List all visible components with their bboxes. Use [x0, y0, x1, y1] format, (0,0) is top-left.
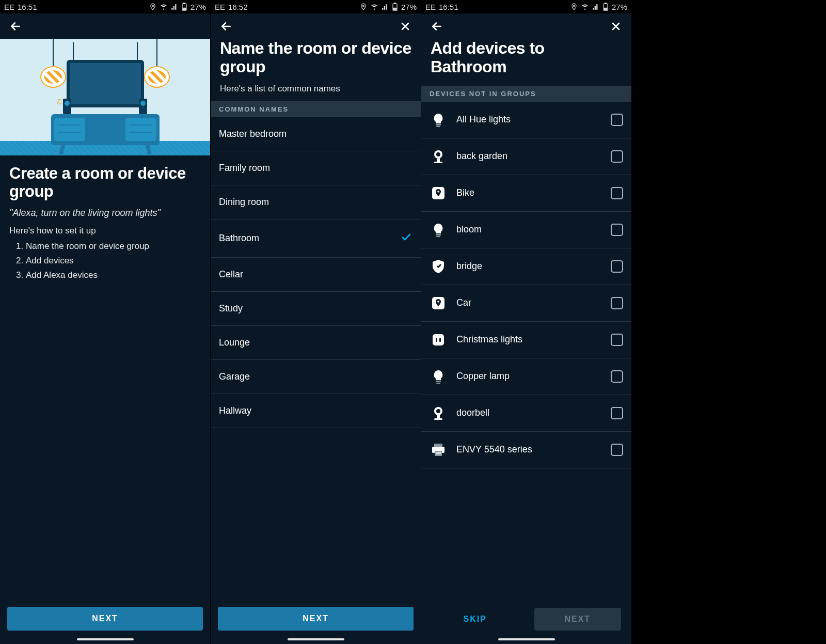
room-name-option[interactable]: Hallway	[211, 394, 421, 428]
location-icon	[149, 3, 156, 10]
screen-name-group: EE 16:52 27% Name the room or device gro…	[211, 0, 421, 644]
hero-illustration: ♫♪	[0, 39, 210, 155]
wifi-icon	[581, 3, 589, 10]
device-row[interactable]: ENVY 5540 series	[421, 432, 631, 468]
svg-point-8	[574, 5, 575, 7]
printer-icon	[430, 441, 447, 459]
room-name-label: Study	[219, 303, 243, 314]
room-name-option[interactable]: Dining room	[211, 185, 421, 219]
wifi-icon	[370, 3, 378, 10]
device-row[interactable]: doorbell	[421, 395, 631, 432]
next-button[interactable]: NEXT	[534, 608, 622, 631]
page-title: Add devices to Bathroom	[431, 39, 622, 76]
back-button[interactable]	[428, 18, 445, 35]
skip-button[interactable]: SKIP	[432, 608, 519, 631]
close-button[interactable]	[608, 18, 624, 35]
bulb-icon	[430, 111, 447, 129]
device-label: Car	[456, 297, 601, 308]
device-label: bridge	[456, 261, 601, 272]
device-checkbox[interactable]	[611, 150, 623, 163]
status-bar: EE 16:51 27%	[0, 0, 210, 13]
device-checkbox[interactable]	[611, 444, 623, 456]
step-item: Add devices	[26, 256, 201, 266]
device-label: back garden	[456, 151, 601, 162]
room-name-option[interactable]: Family room	[211, 151, 421, 185]
page-title: Create a room or device group	[9, 165, 201, 200]
checkmark-icon	[400, 231, 412, 246]
svg-rect-6	[394, 3, 395, 4]
camera-icon	[430, 404, 447, 422]
room-name-label: Hallway	[219, 405, 251, 416]
device-checkbox[interactable]	[611, 260, 623, 273]
room-name-option[interactable]: Garage	[211, 360, 421, 394]
location-icon	[570, 3, 578, 10]
wifi-icon	[160, 3, 168, 10]
close-button[interactable]	[397, 18, 414, 35]
status-bar: EE 16:51 27%	[421, 0, 631, 13]
svg-rect-2	[183, 3, 185, 4]
tile-icon	[430, 184, 447, 202]
device-row[interactable]: Copper lamp	[421, 358, 631, 395]
room-name-label: Bathroom	[219, 233, 259, 244]
status-bar: EE 16:52 27%	[211, 0, 421, 13]
device-checkbox[interactable]	[611, 334, 623, 346]
room-name-label: Lounge	[219, 337, 250, 348]
next-button[interactable]: NEXT	[7, 607, 203, 631]
room-name-option[interactable]: Bathroom	[211, 219, 421, 258]
steps-list: Name the room or device group Add device…	[9, 241, 201, 280]
system-nav[interactable]	[211, 635, 421, 644]
system-nav[interactable]	[0, 635, 210, 644]
bulb-icon	[430, 368, 447, 385]
svg-rect-7	[393, 8, 396, 10]
device-row[interactable]: bridge	[421, 248, 631, 285]
system-nav[interactable]	[421, 635, 631, 644]
battery-percent: 27%	[401, 3, 417, 11]
room-name-option[interactable]: Lounge	[211, 326, 421, 360]
room-name-option[interactable]: Master bedroom	[211, 117, 421, 151]
step-item: Add Alexa devices	[26, 270, 201, 280]
back-button[interactable]	[218, 18, 234, 35]
svg-point-0	[152, 5, 154, 7]
device-row[interactable]: Car	[421, 285, 631, 322]
device-checkbox[interactable]	[611, 407, 623, 419]
camera-icon	[430, 148, 447, 165]
section-header-common-names: COMMON NAMES	[211, 101, 421, 117]
room-name-option[interactable]: Study	[211, 292, 421, 326]
device-label: bloom	[456, 224, 601, 235]
device-checkbox[interactable]	[611, 187, 623, 199]
device-row[interactable]: bloom	[421, 212, 631, 248]
back-button[interactable]	[7, 18, 24, 35]
device-checkbox[interactable]	[611, 224, 623, 236]
device-checkbox[interactable]	[611, 370, 623, 383]
next-button[interactable]: NEXT	[218, 607, 414, 631]
device-row[interactable]: back garden	[421, 138, 631, 175]
appbar	[211, 13, 421, 39]
device-checkbox[interactable]	[611, 297, 623, 309]
signal-icon	[382, 3, 389, 10]
room-name-label: Family room	[219, 163, 270, 174]
appbar	[0, 13, 210, 39]
step-item: Name the room or device group	[26, 241, 201, 252]
tile-icon	[430, 294, 447, 312]
svg-rect-10	[605, 3, 606, 4]
device-row[interactable]: All Hue lights	[421, 102, 631, 138]
bulb-icon	[430, 221, 447, 239]
howto-label: Here's how to set it up	[9, 226, 201, 236]
room-name-label: Master bedroom	[219, 129, 287, 139]
carrier-label: EE	[215, 3, 225, 11]
room-name-option[interactable]: Cellar	[211, 258, 421, 292]
svg-rect-11	[604, 8, 607, 10]
battery-icon	[392, 3, 398, 11]
room-name-label: Dining room	[219, 197, 269, 208]
battery-icon	[602, 3, 609, 11]
device-checkbox[interactable]	[611, 114, 623, 126]
battery-icon	[181, 3, 187, 11]
section-header-devices: DEVICES NOT IN GROUPS	[421, 86, 631, 102]
screen-add-devices: EE 16:51 27% Add devices to Bathroom DEV…	[421, 0, 632, 644]
signal-icon	[592, 3, 599, 10]
page-subtitle: Here's a list of common names	[220, 84, 411, 94]
device-row[interactable]: Christmas lights	[421, 322, 631, 358]
clock: 16:51	[18, 3, 37, 11]
room-name-label: Garage	[219, 371, 250, 382]
device-row[interactable]: Bike	[421, 175, 631, 212]
